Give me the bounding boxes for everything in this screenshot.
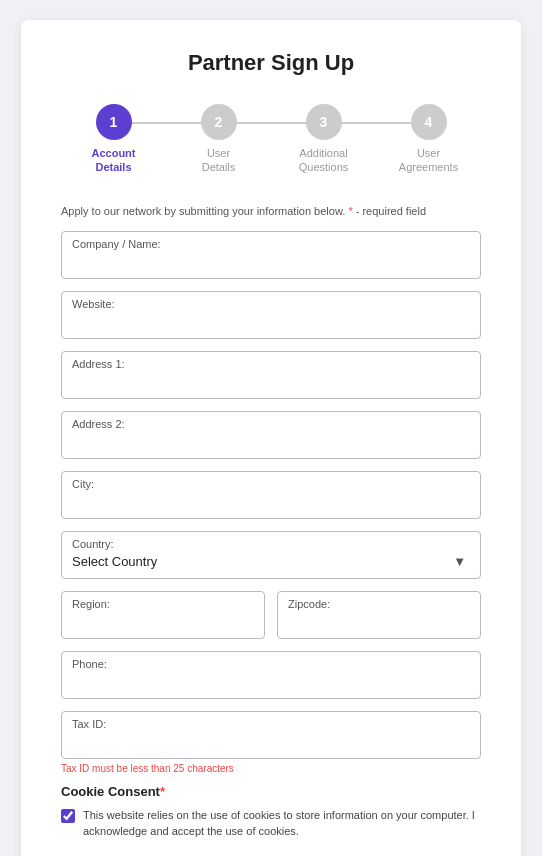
cookie-checkbox[interactable] bbox=[61, 809, 75, 823]
phone-field-group: Phone: bbox=[61, 651, 481, 699]
stepper: 1 AccountDetails 2 UserDetails 3 Additio… bbox=[61, 104, 481, 175]
region-label: Region: bbox=[72, 598, 254, 610]
cookie-consent-section: Cookie Consent* This website relies on t… bbox=[61, 784, 481, 840]
city-input[interactable] bbox=[72, 494, 470, 509]
signup-card: Partner Sign Up 1 AccountDetails 2 UserD… bbox=[21, 20, 521, 856]
address2-label: Address 2: bbox=[72, 418, 470, 430]
zipcode-label: Zipcode: bbox=[288, 598, 470, 610]
address2-input[interactable] bbox=[72, 434, 470, 449]
stepper-step-3: 3 AdditionalQuestions bbox=[271, 104, 376, 175]
address1-input[interactable] bbox=[72, 374, 470, 389]
step-label-2: UserDetails bbox=[202, 146, 236, 175]
region-field-group: Region: bbox=[61, 591, 265, 639]
website-field-group: Website: bbox=[61, 291, 481, 339]
step-label-3: AdditionalQuestions bbox=[299, 146, 349, 175]
company-input[interactable] bbox=[72, 254, 470, 269]
website-input[interactable] bbox=[72, 314, 470, 329]
cookie-title: Cookie Consent* bbox=[61, 784, 481, 799]
country-label: Country: bbox=[72, 538, 470, 550]
zipcode-input[interactable] bbox=[288, 614, 470, 629]
step-circle-2: 2 bbox=[201, 104, 237, 140]
stepper-step-4: 4 UserAgreements bbox=[376, 104, 481, 175]
taxid-hint: Tax ID must be less than 25 characters bbox=[61, 763, 481, 774]
website-label: Website: bbox=[72, 298, 470, 310]
stepper-step-1: 1 AccountDetails bbox=[61, 104, 166, 175]
info-text: Apply to our network by submitting your … bbox=[61, 205, 481, 217]
address1-field-group: Address 1: bbox=[61, 351, 481, 399]
address2-field-group: Address 2: bbox=[61, 411, 481, 459]
taxid-input[interactable] bbox=[72, 734, 470, 749]
city-label: City: bbox=[72, 478, 470, 490]
page-title: Partner Sign Up bbox=[61, 50, 481, 76]
step-circle-4: 4 bbox=[411, 104, 447, 140]
address1-label: Address 1: bbox=[72, 358, 470, 370]
cookie-row: This website relies on the use of cookie… bbox=[61, 807, 481, 840]
step-circle-3: 3 bbox=[306, 104, 342, 140]
required-mark: * bbox=[348, 205, 352, 217]
step-label-1: AccountDetails bbox=[92, 146, 136, 175]
taxid-label: Tax ID: bbox=[72, 718, 470, 730]
stepper-step-2: 2 UserDetails bbox=[166, 104, 271, 175]
country-field-group: Country: Select Country United States Ca… bbox=[61, 531, 481, 579]
cookie-text: This website relies on the use of cookie… bbox=[83, 807, 481, 840]
city-field-group: City: bbox=[61, 471, 481, 519]
step-label-4: UserAgreements bbox=[399, 146, 458, 175]
zipcode-field-group: Zipcode: bbox=[277, 591, 481, 639]
phone-label: Phone: bbox=[72, 658, 470, 670]
country-select-wrapper: Select Country United States Canada Unit… bbox=[72, 552, 470, 570]
region-input[interactable] bbox=[72, 614, 254, 629]
taxid-field-group: Tax ID: bbox=[61, 711, 481, 759]
phone-input[interactable] bbox=[72, 674, 470, 689]
country-select[interactable]: Select Country United States Canada Unit… bbox=[72, 554, 470, 569]
region-zipcode-row: Region: Zipcode: bbox=[61, 591, 481, 639]
company-label: Company / Name: bbox=[72, 238, 470, 250]
company-field-group: Company / Name: bbox=[61, 231, 481, 279]
step-circle-1: 1 bbox=[96, 104, 132, 140]
